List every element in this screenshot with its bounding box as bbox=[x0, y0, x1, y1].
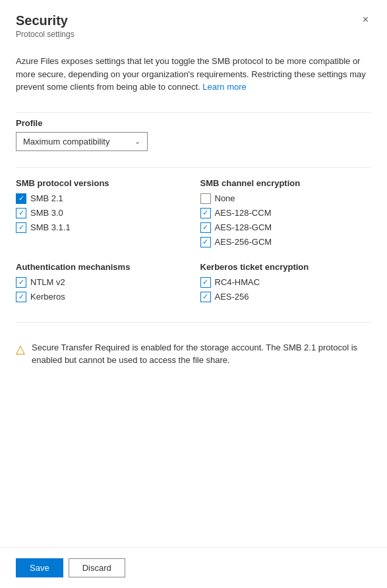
smb30-checkbox[interactable]: ✓ bbox=[16, 208, 26, 218]
aes256-item: ✓ AES-256 bbox=[200, 292, 372, 302]
discard-button[interactable]: Discard bbox=[69, 558, 125, 577]
smb-encryption-group: SMB channel encryption None ✓ AES-128-CC… bbox=[200, 178, 372, 251]
aes128gcm-checkbox[interactable]: ✓ bbox=[200, 222, 211, 233]
smb-encryption-label: SMB channel encryption bbox=[200, 178, 372, 188]
kerberos-item: ✓ Kerberos bbox=[16, 292, 187, 302]
close-button[interactable]: × bbox=[360, 13, 371, 26]
aes256gcm-label[interactable]: AES-256-GCM bbox=[215, 237, 272, 247]
profile-dropdown[interactable]: Maximum compatibility ⌄ bbox=[16, 132, 148, 151]
aes128ccm-label[interactable]: AES-128-CCM bbox=[215, 208, 272, 218]
ntlmv2-item: ✓ NTLM v2 bbox=[16, 277, 187, 288]
smb311-label[interactable]: SMB 3.1.1 bbox=[30, 222, 71, 232]
divider-top bbox=[16, 112, 371, 113]
checkmark-icon: ✓ bbox=[18, 224, 24, 231]
none-checkbox[interactable] bbox=[200, 193, 211, 204]
smb311-checkbox[interactable]: ✓ bbox=[16, 222, 26, 233]
checkmark-icon: ✓ bbox=[202, 224, 208, 231]
profile-label: Profile bbox=[16, 118, 371, 128]
smb-versions-label: SMB protocol versions bbox=[16, 178, 187, 188]
profile-section: Profile Maximum compatibility ⌄ bbox=[16, 118, 371, 151]
smb30-item: ✓ SMB 3.0 bbox=[16, 208, 187, 218]
aes128ccm-item: ✓ AES-128-CCM bbox=[200, 208, 372, 218]
aes256-label[interactable]: AES-256 bbox=[215, 292, 249, 302]
checkmark-icon: ✓ bbox=[18, 278, 24, 286]
checkmark-icon: ✓ bbox=[18, 209, 24, 216]
checkmark-icon: ✓ bbox=[202, 278, 208, 286]
rc4hmac-item: ✓ RC4-HMAC bbox=[200, 277, 372, 288]
rc4hmac-label[interactable]: RC4-HMAC bbox=[215, 277, 260, 287]
checkmark-icon: ✓ bbox=[18, 293, 24, 300]
description-text: Azure Files exposes settings that let yo… bbox=[16, 55, 371, 94]
divider-bottom bbox=[16, 322, 371, 323]
learn-more-link[interactable]: Learn more bbox=[202, 82, 246, 92]
panel-title: Security bbox=[16, 13, 74, 28]
panel-header: Security Protocol settings × bbox=[16, 13, 371, 39]
aes256-checkbox[interactable]: ✓ bbox=[200, 292, 211, 302]
aes256gcm-checkbox[interactable]: ✓ bbox=[200, 237, 211, 247]
chevron-down-icon: ⌄ bbox=[134, 137, 140, 146]
smb21-checkbox[interactable]: ✓ bbox=[16, 193, 26, 204]
smb311-item: ✓ SMB 3.1.1 bbox=[16, 222, 187, 233]
aes256gcm-item: ✓ AES-256-GCM bbox=[200, 237, 372, 247]
divider-mid bbox=[16, 167, 371, 168]
kerberos-encryption-label: Kerberos ticket encryption bbox=[200, 262, 372, 272]
warning-box: △ Secure Transfer Required is enabled fo… bbox=[16, 333, 371, 375]
none-item: None bbox=[200, 193, 372, 204]
settings-grid: SMB protocol versions ✓ SMB 2.1 ✓ SMB 3.… bbox=[16, 178, 371, 317]
profile-value: Maximum compatibility bbox=[23, 137, 109, 147]
rc4hmac-checkbox[interactable]: ✓ bbox=[200, 277, 211, 288]
smb21-item: ✓ SMB 2.1 bbox=[16, 193, 187, 204]
checkmark-icon: ✓ bbox=[202, 293, 208, 300]
kerberos-encryption-group: Kerberos ticket encryption ✓ RC4-HMAC ✓ … bbox=[200, 262, 372, 306]
auth-mechanisms-group: Authentication mechanisms ✓ NTLM v2 ✓ Ke… bbox=[16, 262, 187, 306]
smb30-label[interactable]: SMB 3.0 bbox=[30, 208, 63, 218]
panel-subtitle: Protocol settings bbox=[16, 30, 74, 39]
aes128ccm-checkbox[interactable]: ✓ bbox=[200, 208, 211, 218]
auth-mechanisms-label: Authentication mechanisms bbox=[16, 262, 187, 272]
smb-versions-group: SMB protocol versions ✓ SMB 2.1 ✓ SMB 3.… bbox=[16, 178, 187, 251]
smb21-label[interactable]: SMB 2.1 bbox=[30, 193, 63, 203]
panel-footer: Save Discard bbox=[0, 547, 387, 588]
ntlmv2-checkbox[interactable]: ✓ bbox=[16, 277, 26, 288]
warning-text: Secure Transfer Required is enabled for … bbox=[32, 341, 371, 367]
kerberos-checkbox[interactable]: ✓ bbox=[16, 292, 26, 302]
description-body: Azure Files exposes settings that let yo… bbox=[16, 56, 366, 92]
ntlmv2-label[interactable]: NTLM v2 bbox=[30, 277, 65, 287]
aes128gcm-label[interactable]: AES-128-GCM bbox=[215, 222, 272, 232]
checkmark-icon: ✓ bbox=[18, 195, 24, 202]
aes128gcm-item: ✓ AES-128-GCM bbox=[200, 222, 372, 233]
header-text: Security Protocol settings bbox=[16, 13, 74, 39]
checkmark-icon: ✓ bbox=[202, 238, 208, 245]
save-button[interactable]: Save bbox=[16, 558, 63, 577]
kerberos-label[interactable]: Kerberos bbox=[30, 292, 65, 302]
none-label[interactable]: None bbox=[215, 193, 235, 203]
checkmark-icon: ✓ bbox=[202, 209, 208, 216]
security-panel: Security Protocol settings × Azure Files… bbox=[0, 0, 387, 547]
warning-icon: △ bbox=[16, 342, 25, 356]
